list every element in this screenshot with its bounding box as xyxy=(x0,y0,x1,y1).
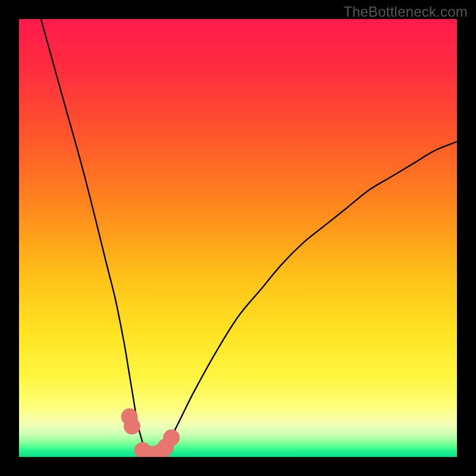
highlight-marker xyxy=(124,418,140,434)
chart-frame: TheBottleneck.com xyxy=(0,0,476,476)
plot-area xyxy=(19,19,457,457)
highlight-marker xyxy=(163,430,180,446)
chart-svg xyxy=(19,19,457,457)
gradient-background xyxy=(19,19,457,457)
watermark-text: TheBottleneck.com xyxy=(343,4,468,20)
